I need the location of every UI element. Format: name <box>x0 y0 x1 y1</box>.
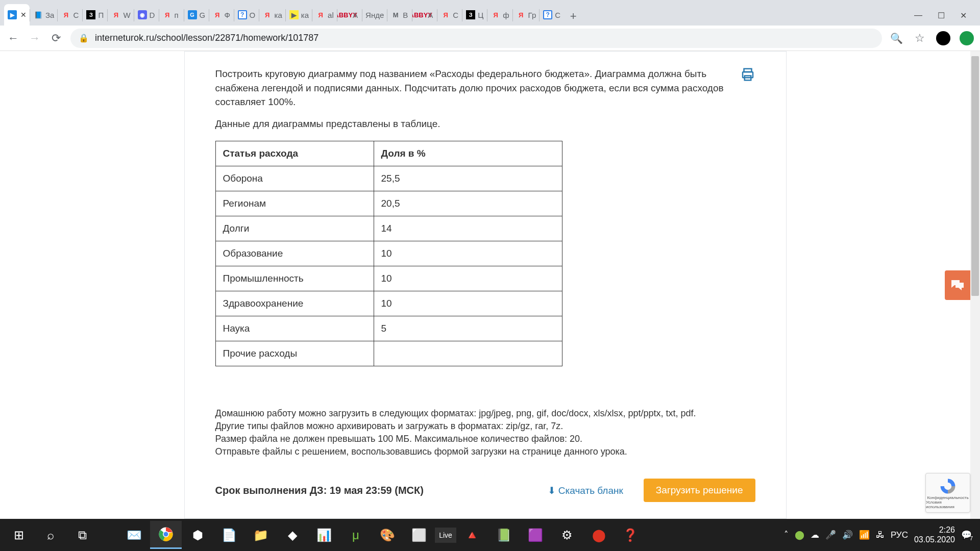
onedrive-icon[interactable]: ☁ <box>811 530 819 540</box>
app-icon[interactable]: ◆ <box>277 521 308 549</box>
search-button[interactable]: ⌕ <box>35 521 66 549</box>
tray-icon[interactable]: ⬤ <box>795 530 804 540</box>
svg-point-5 <box>163 532 169 537</box>
paint-icon[interactable]: 🎨 <box>372 521 403 549</box>
browser-tab[interactable]: ▶ ✕ <box>4 4 30 26</box>
browser-tab[interactable]: ?О <box>234 4 259 26</box>
browser-tab[interactable]: ЯГр <box>513 4 540 26</box>
browser-tab[interactable]: ЗЦ <box>462 4 487 26</box>
upload-solution-button[interactable]: Загрузить решение <box>644 479 755 502</box>
tab-title: С <box>453 11 458 19</box>
app-icon[interactable]: 🟪 <box>520 521 551 549</box>
url-text: interneturok.ru/school/lesson/22871/home… <box>95 33 318 43</box>
gmail-icon: M <box>390 10 401 20</box>
tab-title: al <box>328 11 334 19</box>
extension-icon[interactable] <box>960 31 974 45</box>
yandex-icon: Я <box>440 10 451 20</box>
browser-tab[interactable]: Яка <box>259 4 285 26</box>
task-view-button[interactable]: ⧉ <box>66 521 98 549</box>
new-tab-button[interactable]: + <box>564 7 582 26</box>
close-button[interactable]: ✕ <box>960 11 967 20</box>
chrome-app-icon[interactable] <box>150 521 182 549</box>
favicon: З <box>465 10 476 20</box>
browser-tab[interactable]: ЯW <box>108 4 133 26</box>
profile-avatar[interactable] <box>936 31 950 45</box>
page-viewport: Построить круговую диаграмму под названи… <box>0 51 970 519</box>
excel-icon[interactable]: 📗 <box>488 521 520 549</box>
tab-title: ка <box>301 11 309 19</box>
forward-button[interactable]: → <box>28 31 42 45</box>
utorrent-icon[interactable]: μ <box>340 521 372 549</box>
table-row: Регионам20,5 <box>215 191 562 216</box>
scrollbar-thumb[interactable] <box>971 56 979 296</box>
close-icon[interactable]: ✕ <box>20 11 27 19</box>
discord-icon: ◉ <box>137 10 148 20</box>
yandex-icon: Я <box>262 10 273 20</box>
powerpoint-icon[interactable]: 📊 <box>308 521 340 549</box>
browser-tab[interactable]: ЯФ <box>209 4 234 26</box>
browser-tab[interactable]: GG <box>184 4 209 26</box>
microphone-icon[interactable]: 🎤 <box>825 530 836 540</box>
browser-tab[interactable]: ЗП <box>83 4 107 26</box>
volume-icon[interactable]: 🔊 <box>842 530 853 540</box>
abbyy-icon: ABBYY <box>340 10 351 20</box>
explorer-icon[interactable]: 📁 <box>245 521 277 549</box>
address-bar[interactable]: 🔒 interneturok.ru/school/lesson/22871/ho… <box>70 29 882 48</box>
budget-table: Статья расхода Доля в % Оборона25,5 Реги… <box>215 141 562 366</box>
download-blank-link[interactable]: ⬇ Скачать бланк <box>548 485 623 496</box>
browser-tab[interactable]: ?С <box>540 4 564 26</box>
lock-icon: 🔒 <box>79 33 89 43</box>
help-icon[interactable]: ❓ <box>615 521 646 549</box>
settings-icon[interactable]: ⚙ <box>551 521 583 549</box>
wifi-icon[interactable]: 📶 <box>859 530 870 540</box>
back-button[interactable]: ← <box>6 31 20 45</box>
tab-title: За <box>45 11 54 19</box>
start-button[interactable]: ⊞ <box>3 521 35 549</box>
browser-tab[interactable]: Яф <box>487 4 512 26</box>
clock[interactable]: 2:26 03.05.2020 <box>914 525 955 544</box>
windows-taskbar: ⊞ ⌕ ⧉ ✉️ ⬢ 📄 📁 ◆ 📊 μ 🎨 ⬜ Live 🔺 📗 🟪 ⚙ ⬤ … <box>0 519 980 551</box>
notifications-icon[interactable]: 💬7 <box>961 530 972 540</box>
abbyy-icon: ABBYY <box>415 10 426 20</box>
browser-tab-strip: ▶ ✕ 📘За ЯС ЗП ЯW ◉D Яп GG ЯФ ?О Яка ▶ка … <box>0 0 980 26</box>
print-button[interactable] <box>740 67 755 82</box>
zoom-icon[interactable]: 🔍 <box>889 31 903 45</box>
browser-tab[interactable]: ЯС <box>437 4 462 26</box>
reload-button[interactable]: ⟳ <box>49 31 63 45</box>
dropbox-icon[interactable]: ⬢ <box>182 521 213 549</box>
browser-tab[interactable]: 📘За <box>30 4 57 26</box>
browser-tab[interactable]: Янде <box>362 4 387 26</box>
play-icon: ▶ <box>289 10 299 20</box>
tab-title: П <box>98 11 104 19</box>
minimize-button[interactable]: — <box>914 11 922 20</box>
yandex-icon: Я <box>61 10 71 20</box>
language-indicator[interactable]: РУС <box>891 530 908 540</box>
bookmark-star-icon[interactable]: ☆ <box>913 31 927 45</box>
word-icon[interactable]: 📄 <box>213 521 245 549</box>
recaptcha-badge[interactable]: Конфиденциальность Условия использования <box>925 473 970 513</box>
mail-app-icon[interactable]: ✉️ <box>118 521 150 549</box>
browser-tab[interactable]: ABBYYА <box>412 4 437 26</box>
tab-title: Ц <box>478 11 483 19</box>
network-icon[interactable]: 🖧 <box>876 530 885 540</box>
tray-chevron-icon[interactable]: ˄ <box>784 530 789 540</box>
chat-button[interactable] <box>945 270 970 300</box>
browser-tab[interactable]: ▶ка <box>286 4 312 26</box>
browser-tab[interactable]: ABBYYА <box>337 4 362 26</box>
yandex-icon: Я <box>111 10 121 20</box>
app-icon[interactable]: ⬤ <box>583 521 615 549</box>
table-header-row: Статья расхода Доля в % <box>215 141 562 166</box>
browser-tab[interactable]: Яп <box>159 4 184 26</box>
browser-tab[interactable]: Яal <box>312 4 337 26</box>
homework-footer: Срок выполнения ДЗ: 19 мая 23:59 (МСК) ⬇… <box>185 479 786 502</box>
browser-tab[interactable]: MВ <box>387 4 412 26</box>
vertical-scrollbar[interactable] <box>970 51 980 519</box>
app-icon[interactable]: 🔺 <box>456 521 488 549</box>
app-icon[interactable]: ⬜ <box>403 521 435 549</box>
maximize-button[interactable]: ☐ <box>938 11 945 20</box>
browser-tab[interactable]: ◉D <box>134 4 159 26</box>
yandex-icon: Я <box>516 10 526 20</box>
live-icon[interactable]: Live <box>435 528 456 543</box>
browser-tab[interactable]: ЯС <box>58 4 82 26</box>
yandex-icon: Я <box>491 10 501 20</box>
